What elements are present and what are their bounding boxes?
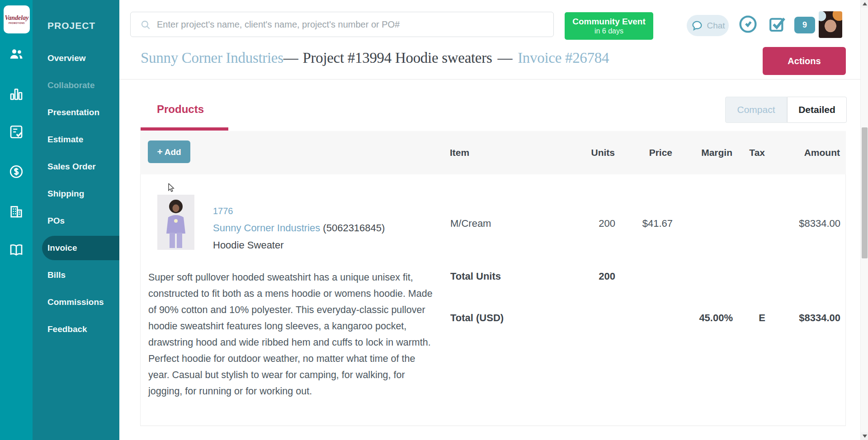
vertical-scrollbar[interactable]: [860, 0, 868, 440]
plus-icon: +: [157, 146, 162, 157]
sidebar-item-bills[interactable]: Bills: [33, 262, 119, 289]
notification-badge[interactable]: 9: [794, 17, 815, 33]
client-link[interactable]: Sunny Corner Industries: [141, 50, 283, 66]
product-units-cell: 200: [559, 218, 615, 229]
table-header-row: +Add Item Units Price Margin Tax Amount: [140, 131, 846, 174]
community-event-button[interactable]: Community Event in 6 days: [565, 12, 653, 40]
column-header-units: Units: [558, 147, 615, 158]
total-units-label: Total Units: [450, 271, 559, 282]
header-divider: [119, 79, 860, 80]
search-bar: [130, 12, 554, 37]
product-price-cell: $41.67: [615, 218, 673, 229]
column-header-tax: Tax: [732, 147, 765, 158]
sidebar-title: PROJECT: [47, 20, 95, 31]
sidebar-item-collaborate[interactable]: Collaborate: [33, 72, 119, 99]
total-margin-value: 45.00%: [673, 312, 733, 324]
sidebar-item-commissions[interactable]: Commissions: [33, 289, 119, 316]
products-table: +Add Item Units Price Margin Tax Amount: [140, 131, 846, 426]
bar-chart-icon[interactable]: [8, 86, 24, 102]
product-row-values: M/Cream 200 $41.67 $8334.00: [450, 218, 840, 229]
actions-button[interactable]: Actions: [763, 47, 846, 75]
estimate-checklist-icon[interactable]: [8, 124, 24, 140]
search-input[interactable]: [157, 13, 546, 36]
product-name: Hoodie Sweater: [213, 239, 385, 251]
product-amount-cell: $8334.00: [765, 218, 840, 229]
search-icon: [140, 19, 151, 31]
scrollbar-down-arrow[interactable]: [861, 432, 868, 440]
sidebar-item-feedback[interactable]: Feedback: [33, 316, 119, 343]
logo-tagline: PROMOTIONS: [9, 22, 25, 24]
building-icon[interactable]: [8, 203, 24, 220]
invoice-link[interactable]: Invoice #26784: [518, 50, 609, 66]
user-avatar[interactable]: [819, 11, 842, 38]
total-usd-row: Total (USD) 45.00% E $8334.00: [450, 312, 840, 324]
logo-wordmark: Vandelay: [5, 15, 29, 21]
sidebar-item-invoice[interactable]: Invoice: [33, 234, 119, 262]
sidebar-item-shipping[interactable]: Shipping: [33, 180, 119, 207]
sidebar-item-sales-order[interactable]: Sales Order: [33, 153, 119, 180]
scrollbar-thumb[interactable]: [862, 127, 868, 258]
page-title: Sunny Corner Industries—Project #13994 H…: [141, 50, 609, 66]
total-units-row: Total Units 200: [450, 271, 840, 282]
app-window: Vandelay PROMOTIONS PROJECT Overview Col…: [0, 0, 868, 440]
total-amount-value: $8334.00: [765, 312, 840, 324]
column-header-margin: Margin: [672, 147, 732, 158]
column-header-item: Item: [450, 147, 558, 158]
product-tax-cell: [733, 218, 765, 229]
sidebar-item-pos[interactable]: POs: [33, 207, 119, 234]
column-header-amount: Amount: [765, 147, 840, 158]
clock-icon[interactable]: [738, 14, 758, 34]
chat-bubble-icon: [690, 19, 704, 32]
column-header-price: Price: [615, 147, 672, 158]
event-countdown: in 6 days: [594, 27, 623, 35]
product-thumbnail[interactable]: [157, 195, 194, 250]
chat-label: Chat: [707, 21, 725, 31]
sidebar-item-presentation[interactable]: Presentation: [33, 99, 119, 126]
tab-products[interactable]: Products: [157, 103, 204, 116]
product-client-link[interactable]: Sunny Corner Industries: [213, 222, 320, 234]
scrollbar-up-arrow[interactable]: [861, 0, 868, 8]
sidebar-menu: PROJECT Overview Collaborate Presentatio…: [33, 0, 119, 440]
total-tax-value: E: [733, 312, 765, 324]
title-dash-1: —: [283, 50, 298, 66]
product-item-cell: M/Cream: [450, 218, 559, 229]
product-description: Super soft pullover hooded sweatshirt ha…: [148, 269, 436, 399]
project-title: Project #13994 Hoodie sweaters: [302, 50, 492, 66]
title-dash-2: —: [497, 50, 512, 66]
dollar-circle-icon[interactable]: [8, 164, 24, 180]
total-usd-label: Total (USD): [450, 312, 559, 324]
product-client-number: (5062316845): [323, 222, 385, 234]
tab-products-underline: [141, 127, 228, 131]
product-sku-link[interactable]: 1776: [213, 206, 385, 216]
chat-button[interactable]: Chat: [687, 15, 729, 36]
company-logo[interactable]: Vandelay PROMOTIONS: [4, 5, 30, 33]
icon-rail: Vandelay PROMOTIONS: [0, 0, 33, 440]
product-margin-cell: [673, 218, 733, 229]
users-icon[interactable]: [8, 46, 24, 62]
product-info: 1776 Sunny Corner Industries (5062316845…: [213, 206, 385, 251]
book-icon[interactable]: [8, 242, 24, 258]
tasks-checkbox-icon[interactable]: [768, 15, 787, 34]
view-toggle-compact[interactable]: Compact: [725, 97, 787, 123]
add-product-button[interactable]: +Add: [148, 140, 190, 163]
total-units-value: 200: [559, 271, 615, 282]
sidebar-item-estimate[interactable]: Estimate: [33, 126, 119, 153]
view-toggle-detailed[interactable]: Detailed: [787, 97, 847, 123]
sidebar-item-overview[interactable]: Overview: [33, 45, 119, 72]
event-title: Community Event: [572, 17, 646, 27]
